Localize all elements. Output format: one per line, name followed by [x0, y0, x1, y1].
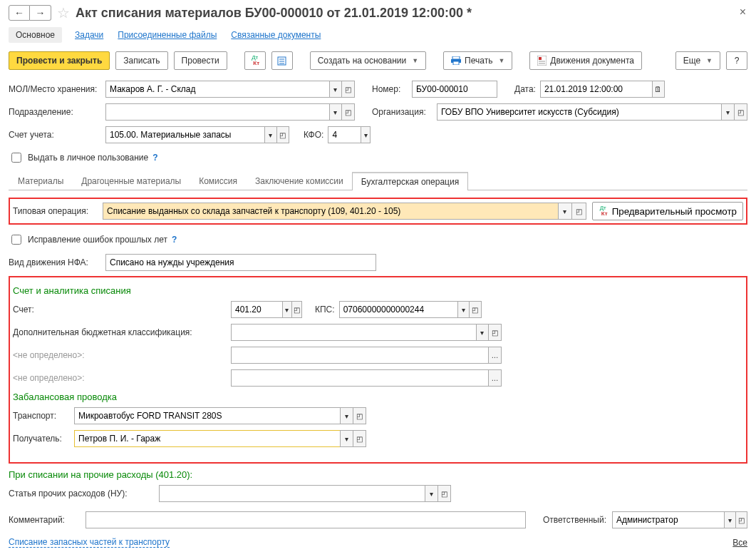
dropdown-icon[interactable]: ▾	[264, 126, 276, 143]
kfo-label: КФО:	[304, 130, 323, 140]
number-label: Номер:	[372, 84, 408, 94]
open-icon[interactable]: ◰	[489, 324, 502, 341]
mol-input[interactable]	[105, 81, 329, 98]
nav-linked[interactable]: Связанные документы	[229, 27, 322, 43]
open-icon[interactable]: ◰	[277, 126, 289, 143]
dropdown-icon[interactable]: ▾	[476, 324, 489, 341]
open-icon[interactable]: ◰	[342, 81, 355, 98]
printer-icon	[451, 56, 461, 65]
extra-class-label: Дополнительная бюджетная классификация:	[13, 327, 227, 337]
dropdown-icon[interactable]: ▾	[558, 203, 572, 220]
dropdown-icon[interactable]: ▾	[457, 301, 470, 318]
comment-input[interactable]	[86, 511, 526, 528]
nav-tasks[interactable]: Задачи	[73, 27, 105, 43]
comment-label: Комментарий:	[9, 515, 80, 525]
open-icon[interactable]: ◰	[736, 511, 747, 528]
dropdown-icon[interactable]: ▾	[340, 430, 353, 447]
dropdown-icon[interactable]: ▾	[721, 103, 734, 121]
undef1-label: <не определено>:	[13, 350, 227, 360]
org-input[interactable]	[437, 103, 721, 121]
dropdown-icon[interactable]: ▾	[282, 301, 292, 318]
nfa-input[interactable]	[105, 254, 376, 271]
movements-button[interactable]: Движения документа	[529, 51, 642, 70]
dropdown-icon[interactable]: ▾	[340, 407, 353, 424]
number-input[interactable]	[412, 81, 497, 98]
dt-kt-icon: ДтКт	[599, 205, 608, 217]
nav-main[interactable]: Основное	[9, 27, 62, 43]
kps-input[interactable]	[339, 301, 458, 318]
tab-accounting[interactable]: Бухгалтерская операция	[352, 172, 468, 190]
tab-materials[interactable]: Материалы	[9, 172, 73, 190]
mol-label: МОЛ/Место хранения:	[9, 84, 101, 94]
account-input[interactable]	[105, 126, 264, 143]
dept-input[interactable]	[105, 103, 329, 121]
open-icon[interactable]: ◰	[353, 407, 366, 424]
help-button[interactable]: ?	[726, 51, 747, 70]
all-link[interactable]: Все	[732, 538, 747, 548]
preview-button[interactable]: ДтКт Предварительный просмотр	[592, 202, 743, 220]
dropdown-icon[interactable]: ▾	[361, 126, 371, 143]
svg-rect-4	[452, 56, 460, 59]
recipient-label: Получатель:	[13, 434, 70, 444]
print-button[interactable]: Печать▼	[443, 51, 512, 70]
open-icon[interactable]: ◰	[438, 485, 451, 502]
help-icon[interactable]: ?	[172, 235, 177, 245]
dropdown-icon[interactable]: ▾	[724, 511, 736, 528]
dropdown-icon[interactable]: ▾	[425, 485, 437, 502]
nfa-label: Вид движения НФА:	[9, 257, 101, 267]
open-icon[interactable]: ◰	[470, 301, 482, 318]
date-label: Дата:	[514, 84, 536, 94]
other-exp-title: При списании на прочие расходы (401.20):	[9, 469, 747, 480]
post-and-close-button[interactable]: Провести и закрыть	[9, 51, 110, 70]
list-icon	[277, 56, 286, 66]
close-icon[interactable]: ×	[740, 6, 746, 19]
svg-rect-8	[539, 57, 542, 60]
tab-precious[interactable]: Драгоценные материалы	[72, 172, 190, 190]
personal-use-checkbox[interactable]	[11, 153, 21, 163]
chevron-down-icon: ▼	[706, 57, 713, 64]
more-icon[interactable]: …	[488, 369, 502, 387]
kfo-input[interactable]	[328, 126, 360, 143]
undef2-input[interactable]	[231, 369, 488, 387]
typop-label: Типовая операция:	[13, 206, 97, 216]
nav-files[interactable]: Присоединенные файлы	[116, 27, 218, 43]
more-button[interactable]: Еще▼	[675, 51, 720, 70]
fwd-button[interactable]: →	[30, 5, 51, 21]
date-input[interactable]	[540, 81, 652, 98]
preview-label: Предварительный просмотр	[612, 206, 737, 217]
open-icon[interactable]: ◰	[342, 103, 355, 121]
more-icon[interactable]: …	[488, 347, 502, 364]
other-exp-label: Статья прочих расходов (НУ):	[9, 489, 155, 499]
extra-class-input[interactable]	[231, 324, 476, 341]
dt-kt-button[interactable]: ДтКт	[244, 51, 266, 70]
post-button[interactable]: Провести	[174, 51, 227, 70]
open-icon[interactable]: ◰	[353, 430, 366, 447]
create-based-button[interactable]: Создать на основании▼	[310, 51, 426, 70]
back-button[interactable]: ←	[9, 5, 30, 21]
help-icon[interactable]: ?	[152, 153, 157, 163]
transport-input[interactable]	[74, 407, 340, 424]
list-button[interactable]	[271, 51, 293, 70]
favorite-icon[interactable]: ☆	[57, 4, 70, 21]
typop-input[interactable]	[103, 203, 558, 220]
tab-commission[interactable]: Комиссия	[190, 172, 247, 190]
dropdown-icon[interactable]: ▾	[329, 103, 342, 121]
undef1-input[interactable]	[231, 347, 488, 364]
writeoff-title: Счет и аналитика списания	[13, 285, 743, 296]
svg-rect-6	[453, 61, 459, 65]
other-exp-input[interactable]	[159, 485, 425, 502]
tab-conclusion[interactable]: Заключение комиссии	[246, 172, 353, 190]
bottom-link[interactable]: Списание запасных частей к транспорту	[9, 537, 170, 548]
recipient-input[interactable]	[74, 430, 340, 447]
fix-errors-checkbox[interactable]	[11, 235, 21, 245]
dt-kt-icon: ДтКт	[250, 55, 259, 66]
open-icon[interactable]: ◰	[735, 103, 747, 121]
responsible-input[interactable]	[612, 511, 724, 528]
wo-account-input[interactable]	[231, 301, 282, 318]
open-icon[interactable]: ◰	[292, 301, 302, 318]
dept-label: Подразделение:	[9, 107, 101, 117]
dropdown-icon[interactable]: ▾	[329, 81, 342, 98]
save-button[interactable]: Записать	[115, 51, 167, 70]
calendar-icon[interactable]: 🗓	[652, 81, 665, 98]
open-icon[interactable]: ◰	[572, 203, 586, 220]
